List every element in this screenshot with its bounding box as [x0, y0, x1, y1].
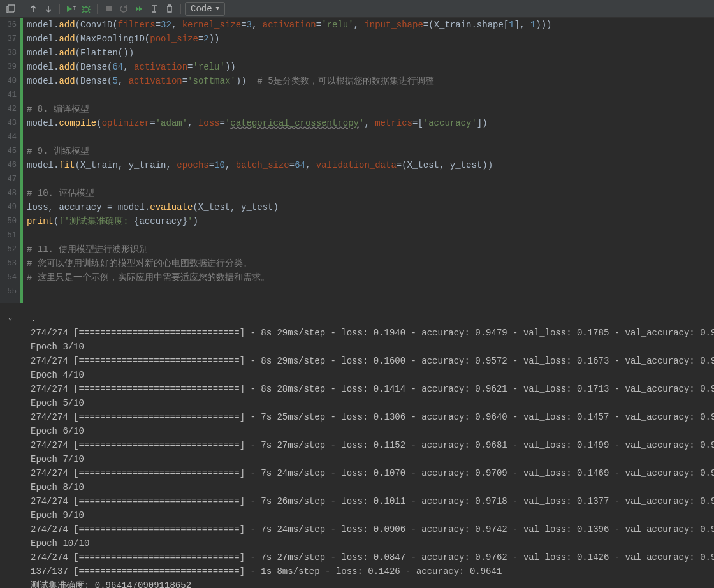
code-line[interactable]: model.fit(X_train, y_train, epochs=10, b… [27, 158, 714, 172]
line-number: 51 [0, 228, 17, 242]
toolbar-separator [59, 4, 60, 14]
line-number: 43 [0, 116, 17, 130]
code-line[interactable]: # 10. 评估模型 [27, 186, 714, 200]
line-number: 46 [0, 158, 17, 172]
delete-button[interactable] [163, 2, 177, 16]
code-line[interactable] [27, 172, 714, 186]
code-line[interactable]: model.compile(optimizer='adam', loss='ca… [27, 116, 714, 130]
toolbar-separator [97, 4, 98, 14]
chevron-down-icon: ▼ [216, 6, 219, 12]
add-cell-button[interactable] [4, 2, 18, 16]
code-line[interactable]: # 9. 训练模型 [27, 144, 714, 158]
code-line[interactable]: # 这里只是一个示例，实际应用中需要适应您的数据和需求。 [27, 270, 714, 284]
toolbar-separator [180, 4, 181, 14]
move-up-button[interactable] [26, 2, 40, 16]
line-number: 50 [0, 214, 17, 228]
line-number: 39 [0, 60, 17, 74]
line-number: 54 [0, 270, 17, 284]
code-line[interactable] [27, 130, 714, 144]
cell-output[interactable]: . 274/274 [=============================… [20, 303, 714, 588]
svg-point-2 [84, 7, 89, 12]
line-number: 44 [0, 130, 17, 144]
line-number-gutter: 3637383940414243444546474849505152535455 [0, 18, 20, 303]
code-area[interactable]: model.add(Conv1D(filters=32, kernel_size… [20, 18, 714, 303]
line-number: 53 [0, 256, 17, 270]
output-gutter: ⌄ [0, 303, 20, 588]
stop-button[interactable] [101, 2, 115, 16]
debug-cell-button[interactable] [79, 2, 93, 16]
line-number: 40 [0, 74, 17, 88]
line-number: 48 [0, 186, 17, 200]
code-line[interactable]: # 11. 使用模型进行波形识别 [27, 242, 714, 256]
code-line[interactable]: model.add(Flatten()) [27, 46, 714, 60]
code-editor[interactable]: 3637383940414243444546474849505152535455… [0, 18, 714, 303]
code-line[interactable] [27, 284, 714, 298]
move-down-button[interactable] [41, 2, 55, 16]
line-number: 49 [0, 200, 17, 214]
line-number: 47 [0, 172, 17, 186]
code-line[interactable] [27, 228, 714, 242]
toolbar-separator [22, 4, 22, 14]
cell-output-region: ⌄ . 274/274 [===========================… [0, 303, 714, 588]
code-line[interactable]: loss, accuracy = model.evaluate(X_test, … [27, 200, 714, 214]
code-line[interactable]: # 8. 编译模型 [27, 102, 714, 116]
variables-button[interactable] [147, 2, 161, 16]
svg-rect-3 [106, 6, 112, 11]
collapse-output-icon[interactable]: ⌄ [0, 313, 20, 321]
code-line[interactable]: model.add(Conv1D(filters=32, kernel_size… [27, 18, 714, 32]
line-number: 38 [0, 46, 17, 60]
cell-type-dropdown[interactable]: Code ▼ [185, 2, 225, 16]
line-number: 52 [0, 242, 17, 256]
line-number: 55 [0, 284, 17, 298]
code-line[interactable] [27, 88, 714, 102]
code-line[interactable]: # 您可以使用训练好的模型对新的心电图数据进行分类。 [27, 256, 714, 270]
line-number: 36 [0, 18, 17, 32]
code-line[interactable]: model.add(Dense(5, activation='softmax')… [27, 74, 714, 88]
line-number: 37 [0, 32, 17, 46]
notebook-toolbar: I Code ▼ [0, 0, 714, 18]
code-line[interactable]: model.add(Dense(64, activation='relu')) [27, 60, 714, 74]
line-number: 41 [0, 88, 17, 102]
line-number: 42 [0, 102, 17, 116]
run-cell-button[interactable]: I [64, 2, 78, 16]
cell-type-label: Code [191, 4, 212, 14]
code-line[interactable]: model.add(MaxPooling1D(pool_size=2)) [27, 32, 714, 46]
restart-button[interactable] [117, 2, 131, 16]
line-number: 45 [0, 144, 17, 158]
code-line[interactable]: print(f'测试集准确度: {accuracy}') [27, 214, 714, 228]
svg-rect-1 [8, 5, 15, 11]
run-all-button[interactable] [132, 2, 146, 16]
